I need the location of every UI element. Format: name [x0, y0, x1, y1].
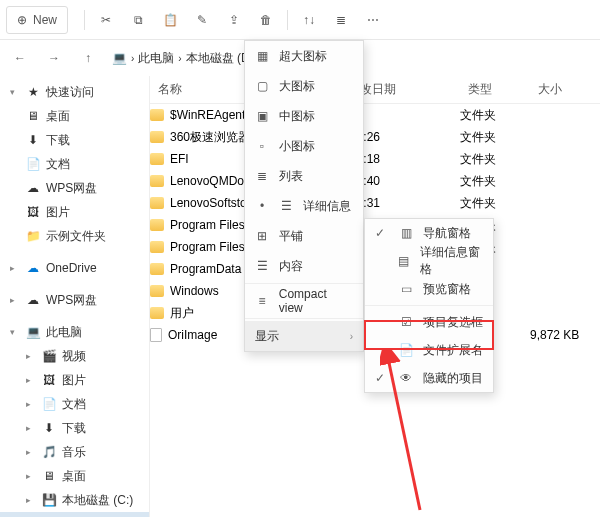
sidebar-documents[interactable]: 📄文档 — [0, 152, 149, 176]
file-icon: 📄 — [399, 343, 413, 357]
cut-button[interactable]: ✂ — [91, 6, 121, 34]
chevron-right-icon: ▸ — [10, 263, 20, 273]
folder-icon — [150, 175, 164, 187]
picture-icon: 🖼 — [42, 373, 56, 387]
new-button[interactable]: ⊕ New — [6, 6, 68, 34]
grid-icon: ▣ — [255, 109, 269, 123]
picture-icon: 🖼 — [26, 205, 40, 219]
chevron-right-icon: › — [350, 331, 353, 342]
sidebar-pictures2[interactable]: ▸🖼图片 — [0, 368, 149, 392]
col-type[interactable]: 类型 — [460, 81, 530, 98]
copy-button[interactable]: ⧉ — [123, 6, 153, 34]
sidebar-downloads[interactable]: ⬇下载 — [0, 128, 149, 152]
eye-icon: 👁 — [399, 371, 413, 385]
delete-button[interactable]: 🗑 — [251, 6, 281, 34]
sidebar-onedrive[interactable]: ▸☁OneDrive — [0, 256, 149, 280]
sidebar-videos[interactable]: ▸🎬视频 — [0, 344, 149, 368]
menu-medium-icons[interactable]: ▣中图标 — [245, 101, 363, 131]
table-row[interactable]: LenovoQMDownload6 19:40文件夹 — [150, 170, 600, 192]
pane-icon: ▭ — [399, 282, 413, 296]
download-icon: ⬇ — [42, 421, 56, 435]
sidebar-downloads2[interactable]: ▸⬇下载 — [0, 416, 149, 440]
cloud-icon: ☁ — [26, 261, 40, 275]
back-icon: ← — [14, 51, 26, 65]
menu-tiles[interactable]: ⊞平铺 — [245, 221, 363, 251]
sidebar-samples[interactable]: 📁示例文件夹 — [0, 224, 149, 248]
menu-divider — [245, 318, 363, 319]
drive-icon: 💾 — [42, 493, 56, 507]
up-button[interactable]: ↑ — [74, 44, 102, 72]
menu-large-icons[interactable]: ▢大图标 — [245, 71, 363, 101]
menu-compact-view[interactable]: ≡Compact view — [245, 286, 363, 316]
col-size[interactable]: 大小 — [530, 81, 600, 98]
folder-icon — [150, 153, 164, 165]
pane-icon: ▥ — [399, 226, 413, 240]
chevron-icon: › — [178, 53, 181, 64]
submenu-nav-pane[interactable]: ✓▥导航窗格 — [365, 219, 493, 247]
star-icon: ★ — [26, 85, 40, 99]
table-row[interactable]: LenovoSoftstore6 23:31文件夹 — [150, 192, 600, 214]
table-row[interactable]: 360极速浏览器下载3 17:26文件夹 — [150, 126, 600, 148]
folder-icon — [150, 263, 164, 275]
sidebar-desktop2[interactable]: ▸🖥桌面 — [0, 464, 149, 488]
separator — [287, 10, 288, 30]
share-button[interactable]: ⇪ — [219, 6, 249, 34]
submenu-preview-pane[interactable]: ▭预览窗格 — [365, 275, 493, 303]
sidebar-pictures[interactable]: 🖼图片 — [0, 200, 149, 224]
sort-button[interactable]: ↑↓ — [294, 6, 324, 34]
menu-divider — [365, 305, 493, 306]
pc-icon: 💻 — [112, 51, 127, 65]
menu-list[interactable]: ≣列表 — [245, 161, 363, 191]
more-button[interactable]: ⋯ — [358, 6, 388, 34]
content-icon: ☰ — [255, 259, 269, 273]
menu-extra-large-icons[interactable]: ▦超大图标 — [245, 41, 363, 71]
list-icon: ≣ — [255, 169, 269, 183]
folder-icon — [150, 285, 164, 297]
separator — [84, 10, 85, 30]
sidebar-thispc[interactable]: ▾💻此电脑 — [0, 320, 149, 344]
menu-details[interactable]: •☰详细信息 — [245, 191, 363, 221]
check-icon: ✓ — [375, 226, 389, 240]
table-row[interactable]: $WinREAgent2:15文件夹 — [150, 104, 600, 126]
view-button[interactable]: ≣ — [326, 6, 356, 34]
forward-button[interactable]: → — [40, 44, 68, 72]
sidebar-music[interactable]: ▸🎵音乐 — [0, 440, 149, 464]
submenu-hidden-items[interactable]: ✓👁隐藏的项目 — [365, 364, 493, 392]
sidebar-wps2[interactable]: ▸☁WPS网盘 — [0, 288, 149, 312]
folder-icon — [150, 197, 164, 209]
view-menu: ▦超大图标 ▢大图标 ▣中图标 ▫小图标 ≣列表 •☰详细信息 ⊞平铺 ☰内容 … — [244, 40, 364, 352]
grid-icon: ▢ — [255, 79, 269, 93]
view-icon: ≣ — [336, 13, 346, 27]
table-row[interactable]: EFI6 17:18文件夹 — [150, 148, 600, 170]
submenu-checkboxes[interactable]: ☑项目复选框 — [365, 308, 493, 336]
paste-button[interactable]: 📋 — [155, 6, 185, 34]
sidebar-drive-d[interactable]: ▸💾本地磁盘 (D:) — [0, 512, 149, 517]
folder-icon — [150, 109, 164, 121]
rename-button[interactable]: ✎ — [187, 6, 217, 34]
more-icon: ⋯ — [367, 13, 379, 27]
menu-content[interactable]: ☰内容 — [245, 251, 363, 281]
sidebar-wps[interactable]: ☁WPS网盘 — [0, 176, 149, 200]
folder-icon: 📁 — [26, 229, 40, 243]
sidebar-documents2[interactable]: ▸📄文档 — [0, 392, 149, 416]
sidebar-drive-c[interactable]: ▸💾本地磁盘 (C:) — [0, 488, 149, 512]
menu-divider — [245, 283, 363, 284]
pc-icon: 💻 — [26, 325, 40, 339]
copy-icon: ⧉ — [134, 13, 143, 27]
show-submenu: ✓▥导航窗格 ▤详细信息窗格 ▭预览窗格 ☑项目复选框 📄文件扩展名 ✓👁隐藏的… — [364, 218, 494, 393]
back-button[interactable]: ← — [6, 44, 34, 72]
menu-small-icons[interactable]: ▫小图标 — [245, 131, 363, 161]
toolbar: ⊕ New ✂ ⧉ 📋 ✎ ⇪ 🗑 ↑↓ ≣ ⋯ — [0, 0, 600, 40]
menu-show[interactable]: 显示› — [245, 321, 363, 351]
desktop-icon: 🖥 — [42, 469, 56, 483]
submenu-extensions[interactable]: 📄文件扩展名 — [365, 336, 493, 364]
new-label: New — [33, 13, 57, 27]
document-icon: 📄 — [26, 157, 40, 171]
submenu-details-pane[interactable]: ▤详细信息窗格 — [365, 247, 493, 275]
sidebar-desktop[interactable]: 🖥桌面 — [0, 104, 149, 128]
plus-icon: ⊕ — [17, 13, 27, 27]
music-icon: 🎵 — [42, 445, 56, 459]
sort-icon: ↑↓ — [303, 13, 315, 27]
sidebar-quick-access[interactable]: ▾★快速访问 — [0, 80, 149, 104]
grid-icon: ▦ — [255, 49, 269, 63]
